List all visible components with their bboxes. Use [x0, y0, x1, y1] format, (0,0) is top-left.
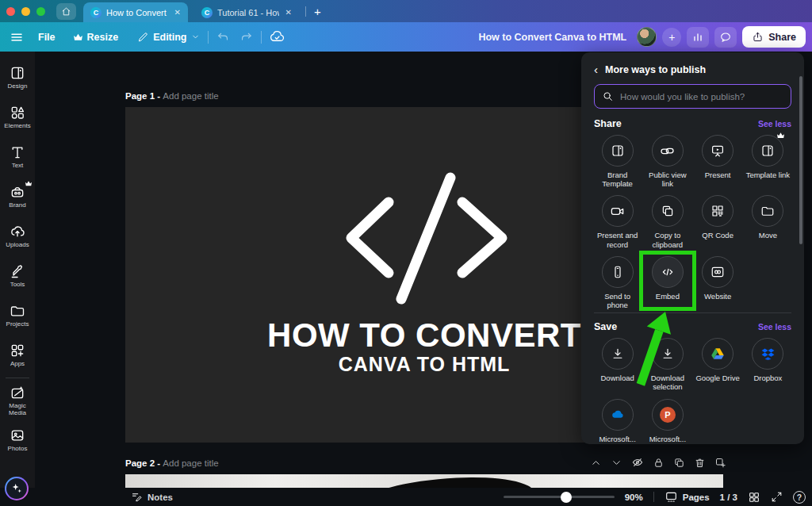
- main-menu-button[interactable]: [10, 30, 24, 44]
- home-button[interactable]: [56, 3, 76, 20]
- crown-icon: [73, 33, 83, 41]
- uploads-icon: [10, 224, 25, 240]
- embed-code-icon: [661, 265, 675, 279]
- notes-icon: [131, 491, 143, 503]
- page1-title-row[interactable]: Page 1 - Add page title: [125, 91, 219, 101]
- sidebar-item-uploads[interactable]: Uploads: [0, 217, 35, 256]
- notes-button[interactable]: Notes: [131, 491, 173, 503]
- file-menu-button[interactable]: File: [38, 32, 56, 43]
- close-tab-icon[interactable]: ✕: [173, 8, 181, 17]
- save-option-download-selection[interactable]: Download selection: [644, 338, 691, 391]
- add-page-icon[interactable]: [714, 457, 726, 469]
- home-icon: [61, 6, 71, 17]
- delete-page-icon[interactable]: [694, 457, 706, 469]
- brand-icon: [10, 184, 25, 200]
- grid-view-icon[interactable]: [748, 491, 760, 504]
- editing-mode-dropdown[interactable]: Editing: [137, 31, 199, 43]
- publish-option-public-view-link[interactable]: Public view link: [644, 135, 691, 188]
- pages-icon: [665, 491, 678, 503]
- bar-chart-icon: [691, 31, 704, 44]
- close-tab-icon[interactable]: ✕: [284, 8, 292, 17]
- resize-button[interactable]: Resize: [73, 32, 119, 43]
- user-avatar[interactable]: [637, 27, 657, 47]
- sidebar-item-tools[interactable]: Tools: [0, 256, 35, 296]
- design-page-2[interactable]: [125, 474, 723, 488]
- help-button[interactable]: ?: [793, 491, 806, 504]
- save-option-microsoft-powerpoint[interactable]: P Microsoft...: [644, 399, 691, 444]
- minimize-window-button[interactable]: [21, 7, 30, 16]
- bottom-bar-divider: [653, 492, 654, 502]
- tab-tutorial[interactable]: C Tutorial 61 - How t... ✕: [194, 2, 299, 22]
- sidebar-item-magic-media[interactable]: Magic Media: [0, 381, 35, 420]
- sidebar-item-brand[interactable]: Brand: [0, 177, 35, 217]
- invite-member-button[interactable]: +: [662, 28, 681, 47]
- publish-option-move[interactable]: Move: [745, 195, 791, 248]
- insights-button[interactable]: [687, 27, 709, 48]
- page2-title-placeholder[interactable]: Add page title: [163, 458, 218, 468]
- new-tab-button[interactable]: +: [311, 5, 324, 18]
- close-window-button[interactable]: [6, 7, 15, 16]
- publish-option-present-and-record[interactable]: Present and record: [594, 195, 641, 248]
- canva-app-window: C How to Convert Ca... ✕ C Tutorial 61 -…: [0, 0, 812, 506]
- comments-button[interactable]: [714, 27, 737, 48]
- sidebar-item-design[interactable]: Design: [0, 58, 35, 98]
- duplicate-page-icon[interactable]: [673, 457, 685, 469]
- publish-option-qr-code[interactable]: QR Code: [695, 195, 741, 248]
- publish-option-brand-template[interactable]: Brand Template: [594, 135, 641, 188]
- publish-option-website[interactable]: Website: [695, 256, 741, 309]
- publish-option-template-link[interactable]: Template link: [745, 135, 791, 188]
- cloud-save-status: [270, 29, 285, 44]
- undo-button[interactable]: [216, 30, 230, 44]
- hide-page-icon[interactable]: [631, 456, 644, 469]
- move-page-down-icon[interactable]: [611, 457, 622, 469]
- sparkle-icon: [10, 482, 23, 495]
- save-option-microsoft-onedrive[interactable]: Microsoft...: [594, 399, 641, 444]
- sidebar-item-elements[interactable]: Elements: [0, 98, 35, 137]
- crown-icon: [25, 180, 33, 186]
- panel-header: ‹ More ways to publish: [594, 63, 791, 75]
- save-option-dropbox[interactable]: Dropbox: [745, 338, 791, 391]
- publish-option-embed[interactable]: Embed: [644, 256, 691, 309]
- zoom-slider-track[interactable]: [504, 496, 615, 498]
- share-button[interactable]: Share: [742, 26, 806, 48]
- zoom-window-button[interactable]: [36, 7, 45, 16]
- publish-search-input[interactable]: [620, 92, 783, 102]
- sidebar-item-text[interactable]: Text: [0, 137, 35, 177]
- tab-current-design[interactable]: C How to Convert Ca... ✕: [83, 2, 188, 22]
- share-see-less-link[interactable]: See less: [758, 119, 791, 128]
- redo-button[interactable]: [239, 30, 253, 44]
- back-chevron-icon[interactable]: ‹: [594, 63, 598, 75]
- present-icon: [710, 144, 725, 158]
- publish-option-send-to-phone[interactable]: Send to phone: [594, 256, 641, 309]
- text-icon: [10, 144, 25, 160]
- canva-assistant-button[interactable]: [5, 477, 29, 500]
- panel-scrollbar[interactable]: [799, 76, 802, 244]
- lock-page-icon[interactable]: [653, 457, 665, 469]
- sidebar-item-projects[interactable]: Projects: [0, 296, 35, 335]
- zoom-level: 90%: [625, 493, 643, 502]
- object-panel-sidebar: Design Elements Text Brand Uploads Tools: [0, 52, 35, 506]
- page2-title-row[interactable]: Page 2 - Add page title: [125, 458, 219, 468]
- fullscreen-icon[interactable]: [771, 491, 783, 503]
- sidebar-item-apps[interactable]: Apps: [0, 335, 35, 375]
- zoom-slider[interactable]: [504, 492, 615, 503]
- pages-view-button[interactable]: Pages: [665, 491, 710, 503]
- save-option-google-drive[interactable]: Google Drive: [695, 338, 741, 391]
- move-page-up-icon[interactable]: [590, 457, 602, 469]
- phone-icon: [611, 265, 625, 279]
- redo-icon: [239, 30, 253, 44]
- publish-search-box[interactable]: [594, 84, 791, 109]
- sidebar-divider: [6, 378, 29, 378]
- toolbar-right-group: How to Convert Canva to HTML + Share: [478, 22, 806, 52]
- publish-option-copy-to-clipboard[interactable]: Copy to clipboard: [644, 195, 691, 248]
- window-controls: [6, 7, 45, 16]
- document-title[interactable]: How to Convert Canva to HTML: [478, 32, 626, 43]
- brand-template-icon: [611, 144, 625, 158]
- zoom-slider-handle[interactable]: [561, 492, 572, 503]
- page-indicator: 1 / 3: [720, 493, 737, 502]
- sidebar-item-photos[interactable]: Photos: [0, 420, 35, 460]
- save-see-less-link[interactable]: See less: [758, 322, 791, 332]
- save-option-download[interactable]: Download: [594, 338, 641, 391]
- page1-title-placeholder[interactable]: Add page title: [163, 91, 218, 101]
- publish-option-present[interactable]: Present: [695, 135, 741, 188]
